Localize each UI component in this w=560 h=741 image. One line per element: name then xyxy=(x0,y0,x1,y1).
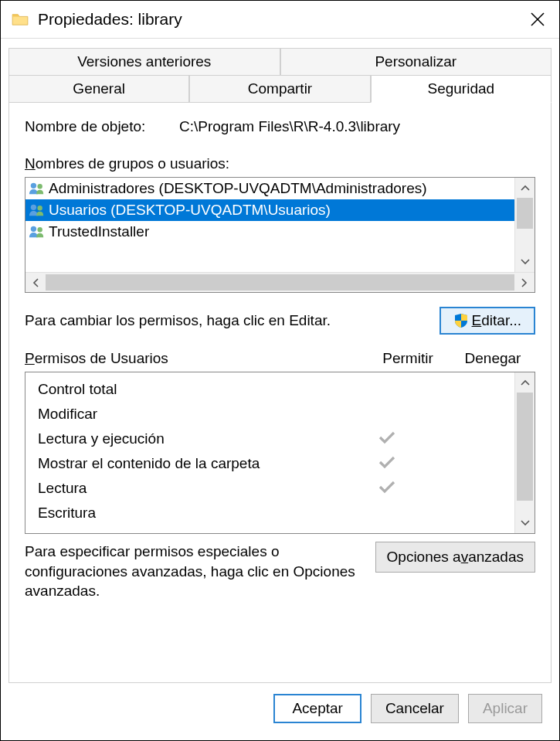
cancel-button[interactable]: Cancelar xyxy=(371,694,459,723)
users-icon xyxy=(29,182,46,195)
users-icon xyxy=(29,225,46,239)
svg-point-6 xyxy=(31,226,36,232)
hscroll-thumb[interactable] xyxy=(46,274,514,291)
svg-point-3 xyxy=(37,184,42,189)
tab-row-1: Versiones anteriores Personalizar xyxy=(8,48,552,76)
permission-row: Control total xyxy=(38,377,514,402)
dialog-body: Versiones anteriores Personalizar Genera… xyxy=(1,38,559,740)
folder-icon xyxy=(12,12,29,26)
scroll-right-icon[interactable] xyxy=(514,273,535,292)
svg-point-2 xyxy=(31,183,36,189)
scroll-track[interactable] xyxy=(515,393,535,513)
permission-row: Lectura y ejecución xyxy=(38,427,514,451)
tab-personalizar[interactable]: Personalizar xyxy=(280,48,552,76)
scroll-track[interactable] xyxy=(515,198,535,252)
group-name: Administradores (DESKTOP-UVQADTM\Adminis… xyxy=(49,180,427,197)
permission-row: Lectura xyxy=(38,476,514,501)
permission-name: Lectura y ejecución xyxy=(38,430,344,447)
advanced-hint: Para especificar permisos especiales o c… xyxy=(25,542,360,601)
advanced-button[interactable]: Opciones avanzadas xyxy=(375,542,535,573)
group-item[interactable]: Usuarios (DESKTOP-UVQADTM\Usuarios) xyxy=(25,199,514,221)
groups-label: Nombres de grupos o usuarios: xyxy=(25,155,535,172)
permission-name: Control total xyxy=(38,381,344,398)
tab-container: Versiones anteriores Personalizar Genera… xyxy=(8,48,552,683)
shield-icon xyxy=(453,313,469,328)
users-icon xyxy=(29,203,46,217)
groups-listbox[interactable]: Administradores (DESKTOP-UVQADTM\Adminis… xyxy=(25,177,535,293)
permission-allow xyxy=(344,480,429,498)
tab-general[interactable]: General xyxy=(8,76,189,103)
check-icon xyxy=(378,480,395,494)
object-row: Nombre de objeto: C:\Program Files\R\R-4… xyxy=(25,118,535,135)
tab-row-2: General Compartir Seguridad xyxy=(8,76,552,103)
scroll-up-icon[interactable] xyxy=(515,372,535,393)
group-item[interactable]: Administradores (DESKTOP-UVQADTM\Adminis… xyxy=(25,178,514,199)
group-item[interactable]: TrustedInstaller xyxy=(25,221,514,243)
svg-point-5 xyxy=(37,206,42,210)
groups-hscrollbar[interactable] xyxy=(25,272,535,292)
permissions-listbox: Control total Modificar Lectura y ejecuc… xyxy=(25,372,535,534)
window-title: Propiedades: library xyxy=(38,10,522,29)
tab-seguridad[interactable]: Seguridad xyxy=(371,76,552,103)
close-icon xyxy=(531,12,545,26)
check-icon xyxy=(378,430,395,444)
group-name: TrustedInstaller xyxy=(49,223,149,240)
edit-row: Para cambiar los permisos, haga clic en … xyxy=(25,307,535,335)
close-button[interactable] xyxy=(522,4,553,35)
allow-header: Permitir xyxy=(365,350,450,367)
advanced-row: Para especificar permisos especiales o c… xyxy=(25,542,535,601)
tab-versiones-anteriores[interactable]: Versiones anteriores xyxy=(8,48,280,76)
permission-allow xyxy=(344,455,429,473)
check-icon xyxy=(378,455,395,469)
scroll-thumb[interactable] xyxy=(517,198,533,229)
ok-button[interactable]: Aceptar xyxy=(273,694,361,723)
object-path: C:\Program Files\R\R-4.0.3\library xyxy=(179,118,400,135)
permission-name: Lectura xyxy=(38,480,344,497)
groups-vscrollbar[interactable] xyxy=(514,178,535,272)
permission-row: Mostrar el contenido de la carpeta xyxy=(38,451,514,476)
deny-header: Denegar xyxy=(450,350,535,367)
permission-row: Modificar xyxy=(38,402,514,427)
permission-name: Mostrar el contenido de la carpeta xyxy=(38,455,344,472)
group-name: Usuarios (DESKTOP-UVQADTM\Usuarios) xyxy=(49,202,331,219)
scroll-down-icon[interactable] xyxy=(515,252,535,272)
permissions-header: Permisos de Usuarios Permitir Denegar xyxy=(25,350,535,367)
tab-compartir[interactable]: Compartir xyxy=(189,76,370,103)
scroll-up-icon[interactable] xyxy=(515,178,535,198)
titlebar: Propiedades: library xyxy=(1,1,559,38)
apply-button[interactable]: Aplicar xyxy=(468,694,542,723)
permission-row: Escritura xyxy=(38,501,514,525)
edit-hint: Para cambiar los permisos, haga clic en … xyxy=(25,312,440,329)
permission-name: Escritura xyxy=(38,505,344,522)
dialog-buttons: Aceptar Cancelar Aplicar xyxy=(8,683,552,733)
permission-allow xyxy=(344,430,429,448)
svg-point-4 xyxy=(31,205,36,210)
scroll-down-icon[interactable] xyxy=(515,513,535,533)
edit-button[interactable]: Editar... xyxy=(440,307,535,335)
scroll-left-icon[interactable] xyxy=(25,273,46,292)
object-label: Nombre de objeto: xyxy=(25,118,179,135)
perms-vscrollbar[interactable] xyxy=(514,372,535,533)
svg-point-7 xyxy=(37,227,42,232)
scroll-thumb[interactable] xyxy=(517,393,533,501)
permission-name: Modificar xyxy=(38,406,344,423)
tab-content-seguridad: Nombre de objeto: C:\Program Files\R\R-4… xyxy=(8,103,552,683)
